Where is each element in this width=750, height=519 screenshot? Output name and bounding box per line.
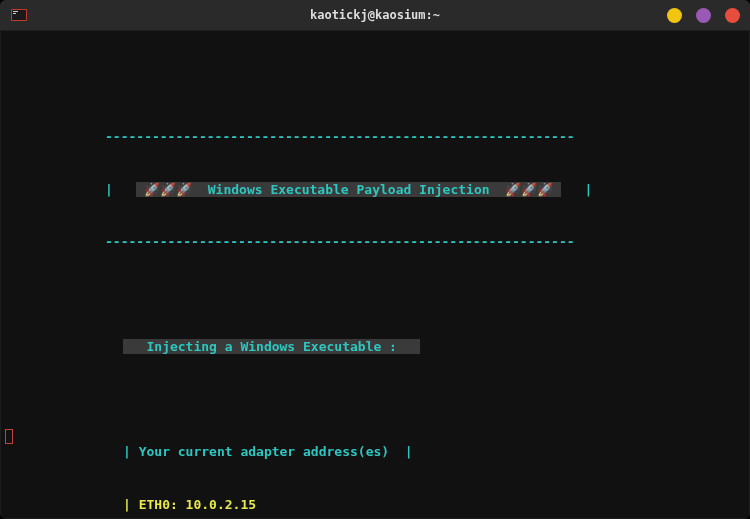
maximize-button[interactable] (696, 8, 711, 23)
close-button[interactable] (725, 8, 740, 23)
banner-title: Windows Executable Payload Injection (192, 182, 505, 197)
section-heading: Injecting a Windows Executable : (123, 339, 420, 354)
titlebar-left (10, 6, 130, 24)
window-title: kaotickj@kaosium:~ (130, 8, 620, 22)
adapter-eth0: | ETH0: 10.0.2.15 (123, 496, 735, 514)
adapter-header: | Your current adapter address(es) | (123, 443, 735, 461)
minimize-button[interactable] (667, 8, 682, 23)
terminal-cursor (5, 429, 13, 444)
banner-title-row: | 🚀🚀🚀 Windows Executable Payload Injecti… (105, 181, 735, 199)
svg-rect-2 (13, 11, 18, 12)
banner-pipe-right: | (585, 182, 593, 197)
svg-rect-3 (13, 13, 16, 14)
terminal-window: kaotickj@kaosium:~ ---------------------… (0, 0, 750, 519)
terminal-body[interactable]: ----------------------------------------… (0, 30, 750, 519)
banner-divider-bottom: ----------------------------------------… (105, 233, 735, 251)
rocket-icon: 🚀🚀🚀 (505, 182, 553, 197)
banner-pipe-left: | (105, 182, 113, 197)
window-controls (620, 8, 740, 23)
rocket-icon: 🚀🚀🚀 (144, 182, 192, 197)
app-icon (10, 6, 28, 24)
section-heading-row: Injecting a Windows Executable : (123, 338, 735, 356)
banner-divider-top: ----------------------------------------… (105, 128, 735, 146)
titlebar[interactable]: kaotickj@kaosium:~ (0, 0, 750, 30)
